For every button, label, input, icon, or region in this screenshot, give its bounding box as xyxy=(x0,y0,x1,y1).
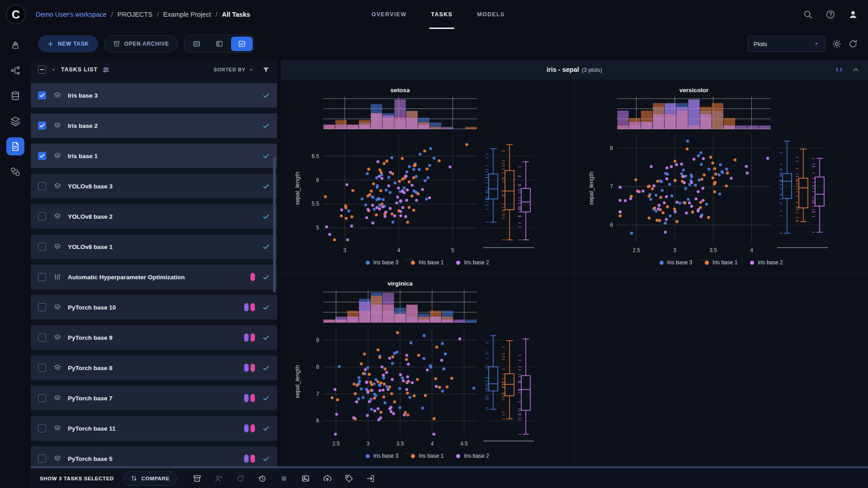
dequeue-icon xyxy=(214,474,223,483)
plot-versicolor[interactable]: 2.533.54678versicolorsepal_widthsepal_le… xyxy=(585,83,857,260)
help-icon[interactable] xyxy=(826,9,835,19)
chevron-down-icon[interactable] xyxy=(51,67,57,73)
compare-label: COMPARE xyxy=(142,476,170,481)
task-checkbox[interactable] xyxy=(38,212,46,221)
sidebar-item-pipelines[interactable] xyxy=(6,61,24,80)
legend-dot xyxy=(366,454,370,458)
task-checkbox[interactable] xyxy=(38,243,46,251)
split-view-button[interactable] xyxy=(208,37,230,51)
task-tag xyxy=(244,455,249,463)
filter-funnel-icon[interactable] xyxy=(262,66,270,74)
publish-icon[interactable] xyxy=(323,474,332,483)
task-row[interactable]: Automatic Hyperparameter Optimization xyxy=(31,265,277,289)
sidebar-item-datasets[interactable] xyxy=(6,87,24,105)
customize-columns-icon[interactable] xyxy=(102,66,110,74)
plot-cell-virginica: 2.533.544.56789virginicasepal_widthsepal… xyxy=(281,273,575,466)
sidebar-item-projects[interactable] xyxy=(6,36,24,54)
plot-cell-empty xyxy=(575,273,868,466)
tab-models[interactable]: MODELS xyxy=(475,0,506,29)
compare-button[interactable]: COMPARE xyxy=(123,471,177,486)
legend-item[interactable]: Iris base 3 xyxy=(366,259,398,266)
sorted-by-label: SORTED BY xyxy=(214,67,245,72)
capture-icon[interactable] xyxy=(301,474,310,483)
chart-view-button[interactable] xyxy=(231,37,253,51)
hyper-datasets-icon xyxy=(10,116,21,127)
move-to-project-icon[interactable] xyxy=(366,474,375,483)
legend-item[interactable]: Iris base 1 xyxy=(705,259,737,266)
sidebar-item-workers-queues[interactable] xyxy=(6,163,24,181)
task-tag xyxy=(244,333,249,342)
legend-item[interactable]: Iris base 2 xyxy=(456,453,489,459)
task-name: PyTorch base 9 xyxy=(68,334,244,341)
task-checkbox[interactable] xyxy=(38,122,46,130)
task-type-icon xyxy=(53,364,61,372)
task-row[interactable]: Iris base 3 xyxy=(31,83,277,108)
legend-item[interactable]: Iris base 1 xyxy=(411,453,443,459)
task-row[interactable]: PyTorch base 11 xyxy=(31,416,277,441)
task-checkbox[interactable] xyxy=(38,333,46,342)
metric-type-dropdown[interactable]: Plots xyxy=(748,36,826,52)
task-row[interactable]: PyTorch base 9 xyxy=(31,325,277,350)
breadcrumb-projects[interactable]: PROJECTS xyxy=(118,11,152,18)
plots-panel: iris - sepal(3 plots) 34555.566.5setosas… xyxy=(281,60,868,466)
select-all-checkbox[interactable] xyxy=(38,66,46,74)
collapse-panel-icon[interactable] xyxy=(852,66,860,74)
sidebar-item-reports[interactable] xyxy=(6,137,24,155)
task-row[interactable]: YOLOv8 base 2 xyxy=(31,204,277,229)
plot-setosa[interactable]: 34555.566.5setosasepal_widthsepal_length xyxy=(292,83,563,260)
task-row[interactable]: PyTorch base 7 xyxy=(31,386,277,410)
search-icon[interactable] xyxy=(803,9,813,19)
task-row[interactable]: PyTorch base 8 xyxy=(31,356,277,380)
tags-icon[interactable] xyxy=(344,474,354,483)
sidebar-item-hyper-datasets[interactable] xyxy=(6,112,24,130)
legend-item[interactable]: Iris base 1 xyxy=(411,259,443,266)
plot-virginica[interactable]: 2.533.544.56789virginicasepal_widthsepal… xyxy=(292,277,563,454)
tab-overview[interactable]: OVERVIEW xyxy=(370,0,409,29)
task-type-icon xyxy=(53,333,61,342)
task-tag xyxy=(250,273,255,281)
task-checkbox[interactable] xyxy=(38,182,46,190)
task-name: Automatic Hyperparameter Optimization xyxy=(68,274,250,281)
task-checkbox[interactable] xyxy=(38,455,46,463)
task-name: Iris base 3 xyxy=(68,92,255,99)
task-checkbox[interactable] xyxy=(38,364,46,372)
sorted-by-dropdown[interactable]: SORTED BY xyxy=(214,67,254,73)
task-row[interactable]: PyTorch base 5 xyxy=(31,446,277,466)
task-row[interactable]: YOLOv8 base 1 xyxy=(31,235,277,259)
breadcrumb-project[interactable]: Example Project xyxy=(163,11,211,18)
open-archive-button[interactable]: OPEN ARCHIVE xyxy=(104,35,178,52)
legend-item[interactable]: Iris base 3 xyxy=(660,259,692,266)
task-checkbox[interactable] xyxy=(38,394,46,402)
task-row[interactable]: YOLOv8 base 3 xyxy=(31,174,277,198)
auto-refresh-icon[interactable] xyxy=(848,39,858,49)
task-row[interactable]: Iris base 1 xyxy=(31,144,277,168)
task-row[interactable]: Iris base 2 xyxy=(31,113,277,138)
footer-bar: SHOW 3 TASKS SELECTED COMPARE xyxy=(31,468,868,488)
legend-item[interactable]: Iris base 2 xyxy=(456,259,489,266)
legend-item[interactable]: Iris base 3 xyxy=(366,453,398,459)
svg-text:2.5: 2.5 xyxy=(332,441,340,447)
legend-dot xyxy=(750,261,754,265)
legend-label: Iris base 3 xyxy=(373,453,398,459)
task-checkbox[interactable] xyxy=(38,424,46,432)
settings-gear-icon[interactable] xyxy=(832,39,842,49)
horizontal-scrollbar-thumb[interactable] xyxy=(31,466,868,468)
task-row[interactable]: PyTorch base 10 xyxy=(31,295,277,319)
task-checkbox[interactable] xyxy=(38,152,46,160)
task-checkbox[interactable] xyxy=(38,303,46,311)
table-view-button[interactable] xyxy=(186,37,208,51)
task-checkbox[interactable] xyxy=(38,273,46,281)
plot-legend: Iris base 3Iris base 1Iris base 2 xyxy=(366,453,489,459)
tasks-scrollbar-thumb[interactable] xyxy=(273,157,276,292)
archive-icon[interactable] xyxy=(193,474,202,483)
task-checkbox[interactable] xyxy=(38,91,46,99)
clearml-logo[interactable]: C xyxy=(6,5,26,24)
breadcrumb-workspace[interactable]: Demo User's workspace xyxy=(36,11,107,18)
new-task-button[interactable]: NEW TASK xyxy=(38,35,98,52)
embed-code-icon[interactable] xyxy=(835,65,844,74)
avatar-icon[interactable] xyxy=(848,9,858,19)
tab-tasks[interactable]: TASKS xyxy=(429,0,454,29)
legend-item[interactable]: Iris base 2 xyxy=(750,259,783,266)
svg-text:6.5: 6.5 xyxy=(312,153,320,160)
reset-icon[interactable] xyxy=(258,474,267,483)
